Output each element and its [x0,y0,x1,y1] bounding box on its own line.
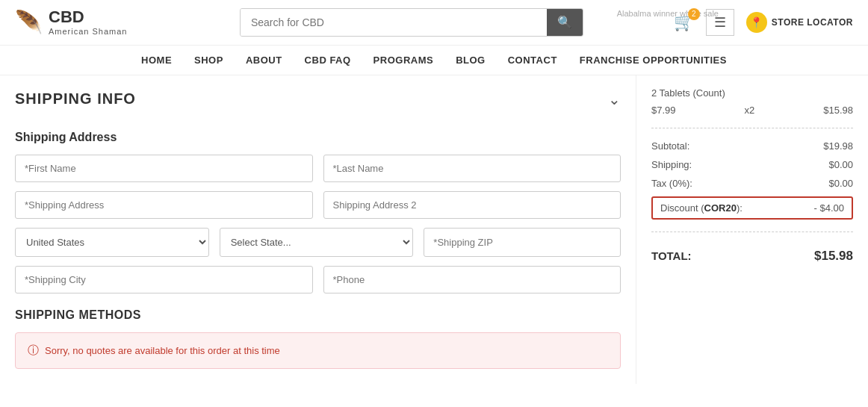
discount-value: - $4.00 [814,202,844,214]
location-icon: 📍 [746,12,767,33]
address-row [15,191,621,219]
shipping-label: Shipping: [651,159,692,170]
store-locator[interactable]: 📍 STORE LOCATOR [746,12,853,33]
zip-input[interactable] [424,228,621,257]
cart-area[interactable]: 🛒 2 [674,13,694,32]
total-value: $15.98 [814,249,853,264]
cart-badge: 2 [688,8,700,20]
right-panel: 2 Tablets (Count) $7.99 x2 $15.98 Subtot… [636,75,868,384]
search-icon: 🔍 [557,16,572,28]
top-bar-promo: Alabalma winner whole sale [617,9,719,18]
product-name: 2 Tablets (Count) [651,87,853,99]
logo-american: American Shaman [49,27,128,37]
main-nav: HOME SHOP ABOUT CBD FAQ PROGRAMS BLOG CO… [0,46,868,75]
tax-value: $0.00 [828,178,853,189]
search-button[interactable]: 🔍 [547,9,583,36]
store-locator-label: STORE LOCATOR [772,17,853,28]
phone-input[interactable] [323,266,621,293]
nav-franchise[interactable]: FRANCHISE OPPORTUNITIES [580,55,727,66]
discount-label: Discount (COR20): [660,202,743,214]
shipping-row: Shipping: $0.00 [651,159,853,170]
logo-cbd: CBD [49,7,128,27]
divider-1 [651,128,853,128]
info-icon: ⓘ [28,344,39,358]
logo-area[interactable]: 🪶 CBD American Shaman [15,7,149,37]
nav-cbd-faq[interactable]: CBD FAQ [305,55,351,66]
product-unit-price: $7.99 [651,105,676,116]
shipping-error-message: Sorry, no quotes are available for this … [45,345,280,356]
nav-home[interactable]: HOME [141,55,172,66]
nav-contact[interactable]: CONTACT [508,55,557,66]
discount-row: Discount (COR20): - $4.00 [651,196,853,220]
nav-programs[interactable]: PROGRAMS [373,55,434,66]
shipping-value: $0.00 [828,159,853,170]
state-select[interactable]: Select State... [220,228,414,257]
country-state-zip-row: United States Select State... [15,228,621,257]
chevron-down-icon[interactable]: ⌄ [608,90,621,108]
product-pricing-row: $7.99 x2 $15.98 [651,105,853,116]
main-layout: SHIPPING INFO ⌄ Shipping Address United … [0,75,868,384]
city-input[interactable] [15,266,313,293]
search-area: 🔍 [149,8,674,37]
shipping-info-title: SHIPPING INFO [15,90,136,108]
subtotal-row: Subtotal: $19.98 [651,140,853,152]
search-box: 🔍 [240,8,583,37]
subtotal-label: Subtotal: [651,140,689,152]
shipping-address-label: Shipping Address [15,131,621,144]
site-header: 🪶 CBD American Shaman 🔍 Alabalma winner … [0,0,868,46]
divider-2 [651,232,853,232]
tax-row: Tax (0%): $0.00 [651,178,853,189]
nav-shop[interactable]: SHOP [194,55,223,66]
feather-icon: 🪶 [15,9,43,35]
shipping-address2-input[interactable] [323,191,621,219]
total-row: TOTAL: $15.98 [651,244,853,264]
search-input[interactable] [241,9,547,36]
left-panel: SHIPPING INFO ⌄ Shipping Address United … [0,75,636,384]
tax-label: Tax (0%): [651,178,692,189]
shipping-address-input[interactable] [15,191,313,219]
nav-about[interactable]: ABOUT [246,55,282,66]
name-row [15,155,621,182]
total-label: TOTAL: [651,249,692,262]
product-quantity: x2 [745,105,755,116]
discount-code: COR20 [704,202,737,214]
subtotal-value: $19.98 [823,140,853,152]
first-name-input[interactable] [15,155,313,182]
nav-blog[interactable]: BLOG [456,55,486,66]
city-phone-row [15,266,621,293]
logo-text: CBD American Shaman [49,7,128,37]
product-line-total: $15.98 [823,105,853,116]
shipping-info-header: SHIPPING INFO ⌄ [15,90,621,116]
shipping-methods-title: SHIPPING METHODS [15,308,621,322]
country-select[interactable]: United States [15,228,209,257]
last-name-input[interactable] [323,155,621,182]
shipping-error-box: ⓘ Sorry, no quotes are available for thi… [15,332,621,369]
